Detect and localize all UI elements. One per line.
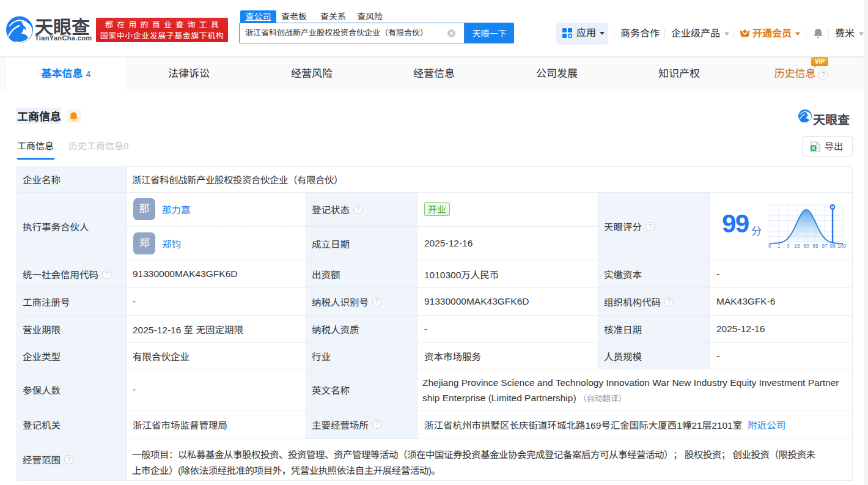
svg-text:99: 99 bbox=[829, 243, 836, 249]
svg-text:3: 3 bbox=[787, 243, 790, 249]
svg-text:97: 97 bbox=[822, 243, 828, 249]
svg-text:0: 0 bbox=[768, 243, 771, 249]
svg-text:50: 50 bbox=[803, 243, 809, 249]
svg-text:1: 1 bbox=[778, 243, 781, 249]
svg-text:85: 85 bbox=[812, 243, 818, 249]
svg-text:100: 100 bbox=[837, 243, 846, 249]
svg-text:15: 15 bbox=[794, 243, 800, 249]
